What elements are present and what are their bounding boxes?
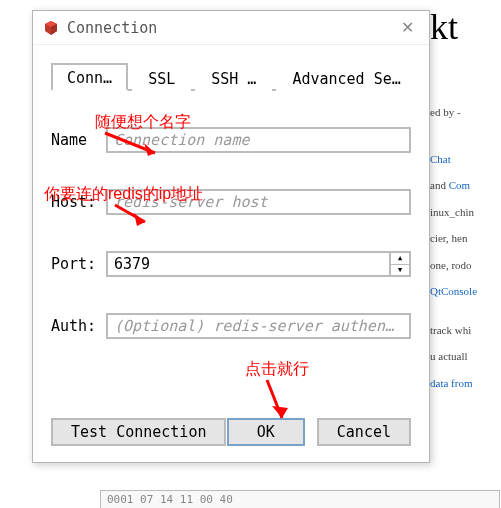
background-bottom-box: 0001 07 14 11 00 40 — [100, 490, 500, 508]
tab-ssh[interactable]: SSH … — [195, 63, 272, 91]
app-cube-icon — [43, 20, 59, 36]
row-auth: Auth: — [51, 313, 411, 339]
titlebar: Connection ✕ — [33, 11, 429, 45]
host-input[interactable] — [106, 189, 411, 215]
connection-dialog: Connection ✕ Conn… SSL SSH … Advanced Se… — [32, 10, 430, 463]
auth-input[interactable] — [106, 313, 411, 339]
bg-line: one, rodo — [430, 257, 501, 274]
bg-line: and Com — [430, 177, 501, 194]
row-host: Host: — [51, 189, 411, 215]
bg-link-com[interactable]: Com — [449, 179, 470, 191]
dialog-body: Conn… SSL SSH … Advanced Se… Name Host: … — [33, 45, 429, 339]
tab-advanced[interactable]: Advanced Se… — [276, 63, 416, 91]
window-title: Connection — [67, 19, 157, 37]
label-host: Host: — [51, 193, 106, 211]
background-big-text: kt — [430, 0, 501, 54]
background-right-panel: kt ed by - Chat and Com inux_chin cier, … — [430, 0, 501, 391]
port-step-up[interactable]: ▲ — [391, 253, 409, 265]
bg-line: cier, hen — [430, 230, 501, 247]
label-auth: Auth: — [51, 317, 106, 335]
tab-bar: Conn… SSL SSH … Advanced Se… — [51, 63, 411, 91]
name-input[interactable] — [106, 127, 411, 153]
cancel-button[interactable]: Cancel — [317, 418, 411, 446]
bg-line: inux_chin — [430, 204, 501, 221]
bg-line: ed by - — [430, 104, 501, 121]
port-input[interactable] — [106, 251, 391, 277]
bg-link-chat[interactable]: Chat — [430, 153, 451, 165]
row-port: Port: ▲ ▼ — [51, 251, 411, 277]
label-port: Port: — [51, 255, 106, 273]
tab-connection[interactable]: Conn… — [51, 63, 128, 91]
test-connection-button[interactable]: Test Connection — [51, 418, 226, 446]
bg-link-data[interactable]: data from — [430, 377, 472, 389]
port-stepper[interactable]: ▲ ▼ — [391, 251, 411, 277]
port-step-down[interactable]: ▼ — [391, 265, 409, 276]
ok-button[interactable]: OK — [227, 418, 305, 446]
bg-line: track whi — [430, 322, 501, 339]
row-name: Name — [51, 127, 411, 153]
button-bar: Test Connection OK Cancel — [33, 418, 429, 446]
bg-line: u actuall — [430, 348, 501, 365]
tab-ssl[interactable]: SSL — [132, 63, 191, 91]
bg-link-qtconsole[interactable]: QtConsole — [430, 285, 477, 297]
label-name: Name — [51, 131, 106, 149]
close-icon[interactable]: ✕ — [395, 16, 419, 40]
